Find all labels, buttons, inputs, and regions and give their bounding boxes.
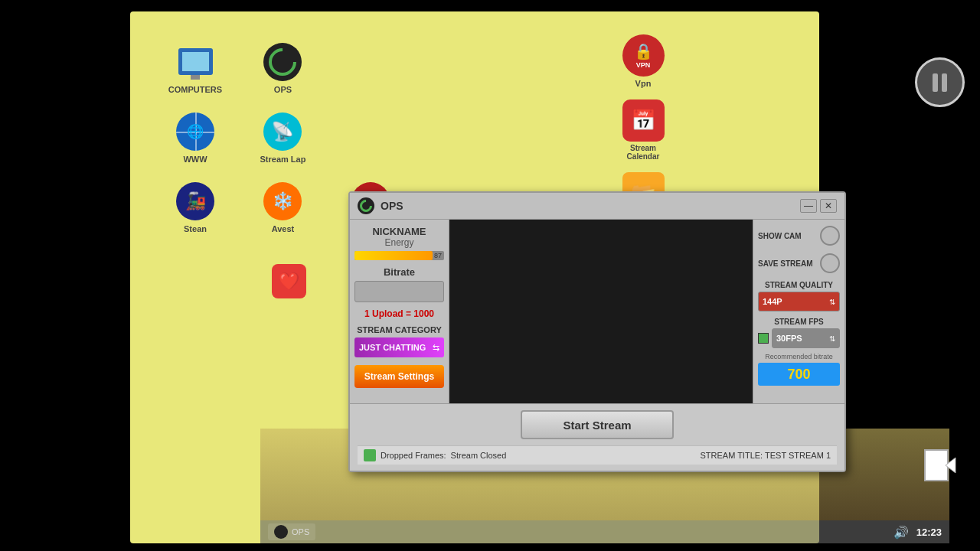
status-dot [364,449,376,461]
desktop: COMPUTERS OPS 🌐 WWW [130,11,819,543]
energy-bar: 87 [354,251,444,260]
icon-stream-lap-label: Stream Lap [260,155,305,164]
stream-preview [449,220,753,403]
show-cam-row: SHOW CAM [758,226,840,246]
bitrate-section: Bitrate [354,266,444,302]
icon-steam-label: Stean [184,224,207,233]
stream-fps-label: STREAM FPS [758,318,840,326]
icon-avest[interactable]: ❄️ Avest [248,180,317,233]
start-stream-button[interactable]: Start Stream [521,410,674,439]
show-cam-label: SHOW CAM [758,232,802,240]
pause-icon [933,73,947,92]
icon-www[interactable]: 🌐 WWW [161,110,230,164]
quality-arrows-icon: ⇅ [829,298,835,306]
icon-ops[interactable]: OPS [248,41,317,94]
clock: 12:23 [916,527,942,538]
svg-rect-0 [925,450,948,481]
stream-category-value: JUST CHATTING [359,343,426,352]
taskbar-ops-label: OPS [292,527,309,536]
energy-bar-text: 87 [434,251,442,260]
stream-category-label: STREAM CATEGORY [354,325,444,334]
dropped-frames-area: Dropped Frames: Stream Closed [364,449,506,461]
dialog-titlebar: OPS — ✕ [350,193,844,220]
left-panel: NICKNAME Energy 87 Bitrate 1 Upload = 10… [350,220,449,403]
close-button[interactable]: ✕ [820,199,837,213]
door-exit-icon [921,446,959,484]
icon-stream-calendar-label: Stream Calendar [616,144,670,161]
fps-arrows-icon: ⇅ [829,334,835,343]
nickname-section: NICKNAME Energy 87 [354,226,444,260]
dialog-body: NICKNAME Energy 87 Bitrate 1 Upload = 10… [350,220,844,403]
icon-vpn[interactable]: 🔒 VPN Vpn [622,34,665,88]
dialog-controls: — ✕ [800,199,837,213]
dropped-frames-label: Dropped Frames: [381,451,446,460]
taskbar: OPS 🔊 12:23 [260,520,949,543]
stream-quality-label: STREAM QUALITY [758,281,840,289]
right-panel: SHOW CAM SAVE STREAM STREAM QUALITY 144P… [753,220,844,403]
icon-computers-label: COMPUTERS [168,85,222,94]
status-bar: Dropped Frames: Stream Closed STREAM TIT… [358,445,837,465]
save-stream-row: SAVE STREAM [758,253,840,273]
save-stream-toggle[interactable] [820,253,840,273]
quality-value: 144P [763,297,782,306]
stream-settings-button[interactable]: Stream Settings [354,365,444,388]
fps-checkbox[interactable] [758,333,769,344]
bitrate-number: 700 [787,367,810,383]
bitrate-label: Bitrate [354,266,444,278]
icon-stream-lap[interactable]: 📡 Stream Lap [248,110,317,164]
icon-www-label: WWW [183,155,207,164]
health-icon[interactable]: ❤️ [272,264,306,298]
fps-value: 30FPS [776,334,802,343]
icon-computers[interactable]: COMPUTERS [161,41,230,94]
icon-stream-calendar[interactable]: 📅 Stream Calendar [616,99,670,161]
stream-title-value: TEST STREAM 1 [765,451,831,460]
rec-bitrate-label: Recommended bitrate [758,353,840,360]
pause-button[interactable] [915,57,965,107]
icon-ops-label: OPS [274,85,292,94]
icon-vpn-label: Vpn [635,79,652,88]
energy-bar-fill [354,251,433,260]
dialog-bottom: Start Stream Dropped Frames: Stream Clos… [350,403,844,471]
dialog-title-icon [358,197,374,214]
ops-dialog: OPS — ✕ NICKNAME Energy 87 Bitrate [348,191,846,472]
stream-status: Stream Closed [451,451,507,460]
category-arrows-icon: ⇆ [433,343,439,353]
icon-avest-label: Avest [272,224,295,233]
taskbar-ops-item[interactable]: OPS [268,523,315,540]
stream-quality-section: STREAM QUALITY 144P ⇅ STREAM FPS 30FPS ⇅ [758,281,840,386]
stream-category-select[interactable]: JUST CHATTING ⇆ [354,337,444,357]
bitrate-value-box: 700 [758,363,840,386]
vpn-text: VPN [636,61,651,69]
stream-title-label: STREAM TITLE: [700,451,763,460]
quality-dropdown[interactable]: 144P ⇅ [758,292,840,311]
icon-steam[interactable]: 🚂 Stean [161,180,230,233]
stream-title-area: STREAM TITLE: TEST STREAM 1 [700,451,831,460]
save-stream-label: SAVE STREAM [758,259,813,268]
bitrate-input[interactable] [354,281,444,302]
volume-icon[interactable]: 🔊 [893,525,909,540]
minimize-button[interactable]: — [800,199,817,213]
nickname-value: Energy [354,237,444,248]
fps-dropdown[interactable]: 30FPS ⇅ [772,328,840,348]
taskbar-ops-icon [274,525,288,539]
upload-text: 1 Upload = 1000 [354,308,444,319]
show-cam-toggle[interactable] [820,226,840,246]
exit-button[interactable] [915,440,965,490]
dialog-title: OPS [381,200,794,212]
taskbar-right: 🔊 12:23 [893,525,942,540]
nickname-label: NICKNAME [354,226,444,237]
